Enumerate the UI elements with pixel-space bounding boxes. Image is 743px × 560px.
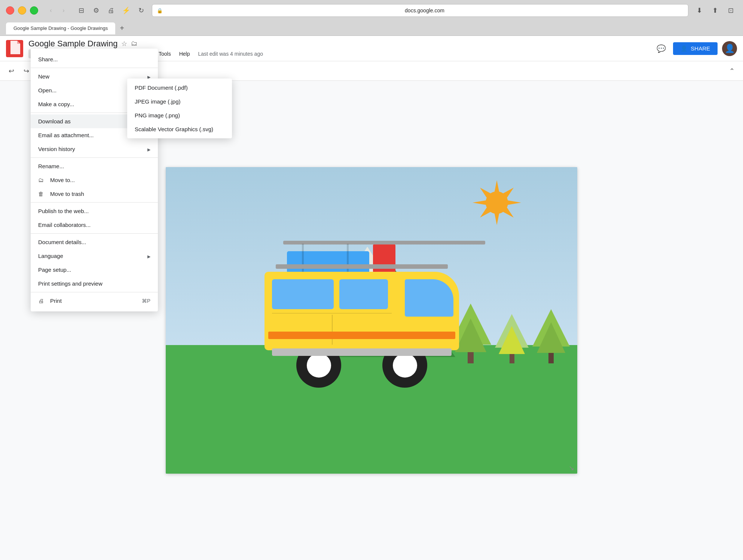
download-pdf-label: PDF Document (.pdf) [135,84,188,91]
open-label: Open... [38,87,141,93]
extensions-icon[interactable]: ⚡ [120,4,132,17]
download-svg-label: Scalable Vector Graphics (.svg) [135,126,213,132]
file-menu-rename-section: Rename... 🗂 Move to... 🗑 Move to trash [31,158,158,203]
app-title-row: Google Sample Drawing ☆ 🗂 [28,39,654,49]
refresh-icon[interactable]: ↻ [135,4,147,17]
download-icon[interactable]: ⬇ [693,4,706,17]
lock-icon: 🔒 [157,8,163,13]
van [265,244,459,388]
folder-move-icon: 🗂 [38,177,47,183]
right-tree-group [450,304,570,363]
document-title[interactable]: Google Sample Drawing [28,39,117,49]
star-icon[interactable]: ☆ [121,40,127,48]
share-button[interactable]: 👤 SHARE [673,42,718,55]
document-details-label: Document details... [38,239,150,245]
print-settings-label: Print settings and preview [38,280,150,287]
print-shortcut: ⌘P [142,298,150,304]
menu-print[interactable]: 🖨 Print ⌘P [31,294,158,308]
browser-navigation: ‹ › [46,5,69,16]
browser-tab-bar: Google Sample Drawing - Google Drawings … [0,21,743,36]
browser-window: ‹ › ⊟ ⚙ 🖨 ⚡ ↻ 🔒 docs.google.com ⬇ ⬆ ⊡ Go… [0,0,743,36]
trash-icon: 🗑 [38,191,47,197]
download-pdf[interactable]: PDF Document (.pdf) [127,81,232,95]
scene-illustration: ↘ [166,167,577,474]
logo-letter [9,41,20,56]
menu-move-to[interactable]: 🗂 Move to... [31,173,158,187]
traffic-lights [6,6,38,15]
download-png[interactable]: PNG image (.png) [127,108,232,122]
download-svg[interactable]: Scalable Vector Graphics (.svg) [127,122,232,136]
sun-icon [473,178,521,227]
rename-label: Rename... [38,163,150,169]
print-label: Print [50,298,142,304]
maximize-button[interactable] [30,6,38,15]
folder-icon[interactable]: 🗂 [131,40,138,47]
version-history-label: Version history [38,146,147,152]
file-menu-publish-section: Publish to the web... Email collaborator… [31,203,158,234]
svg-point-1 [486,191,508,214]
version-arrow-icon [147,146,150,152]
menu-language[interactable]: Language [31,249,158,263]
share-label: Share... [38,56,150,62]
undo-button[interactable]: ↩ [4,64,18,78]
download-jpeg[interactable]: JPEG image (.jpg) [127,95,232,108]
download-png-label: PNG image (.png) [135,112,180,119]
share-label: SHARE [691,45,710,52]
gear-icon[interactable]: ⚙ [90,4,103,17]
page-setup-label: Page setup... [38,267,150,273]
download-as-submenu: PDF Document (.pdf) JPEG image (.jpg) PN… [127,79,232,138]
print-icon[interactable]: 🖨 [105,4,117,17]
language-label: Language [38,253,147,259]
sidebar-icon[interactable]: ⊟ [75,4,88,17]
menu-version-history[interactable]: Version history [31,142,158,156]
last-edit-text: Last edit was 4 minutes ago [198,51,263,57]
menu-print-settings[interactable]: Print settings and preview [31,277,158,290]
file-menu-print-section: 🖨 Print ⌘P [31,292,158,309]
address-bar[interactable]: 🔒 docs.google.com [152,4,688,17]
browser-right-icons: ⬇ ⬆ ⊡ [693,4,737,17]
browser-icons: ⊟ ⚙ 🖨 ⚡ ↻ [75,4,147,17]
drawing-canvas: ↘ [166,167,577,474]
back-button[interactable]: ‹ [46,5,56,16]
forward-button[interactable]: › [58,5,69,16]
tab-title: Google Sample Drawing - Google Drawings [13,25,108,31]
tree-2 [495,314,529,363]
canvas-corner-indicator: ↘ [569,464,574,472]
sun [473,178,517,223]
menu-help[interactable]: Help [175,49,194,58]
menu-email-collaborators[interactable]: Email collaborators... [31,218,158,232]
tree-3 [532,309,570,363]
header-right: 💬 👤 SHARE 👤 [654,41,737,56]
new-tab-button[interactable]: + [117,23,127,34]
move-to-label: Move to... [50,177,150,183]
browser-titlebar: ‹ › ⊟ ⚙ 🖨 ⚡ ↻ 🔒 docs.google.com ⬇ ⬆ ⊡ [0,0,743,21]
menu-page-setup[interactable]: Page setup... [31,263,158,277]
url-text: docs.google.com [166,7,684,13]
language-arrow-icon [147,253,150,259]
menu-rename[interactable]: Rename... [31,159,158,173]
close-button[interactable] [6,6,14,15]
file-menu-share-section: Share... [31,51,158,68]
download-jpeg-label: JPEG image (.jpg) [135,98,181,105]
comment-button[interactable]: 💬 [654,41,669,56]
collapse-button[interactable]: ⌃ [725,64,739,78]
print-menu-icon: 🖨 [38,298,47,304]
fullscreen-icon[interactable]: ⊡ [724,4,737,17]
user-avatar[interactable]: 👤 [722,41,737,56]
file-menu-settings-section: Document details... Language Page setup.… [31,234,158,292]
move-trash-label: Move to trash [50,191,150,197]
menu-share[interactable]: Share... [31,52,158,66]
share-browser-icon[interactable]: ⬆ [709,4,721,17]
app-logo [6,40,23,57]
publish-web-label: Publish to the web... [38,208,150,214]
active-tab[interactable]: Google Sample Drawing - Google Drawings [6,22,115,34]
menu-document-details[interactable]: Document details... [31,235,158,249]
menu-publish-web[interactable]: Publish to the web... [31,204,158,218]
menu-move-trash[interactable]: 🗑 Move to trash [31,187,158,201]
email-collaborators-label: Email collaborators... [38,222,150,228]
minimize-button[interactable] [18,6,26,15]
share-icon: 👤 [681,45,688,52]
